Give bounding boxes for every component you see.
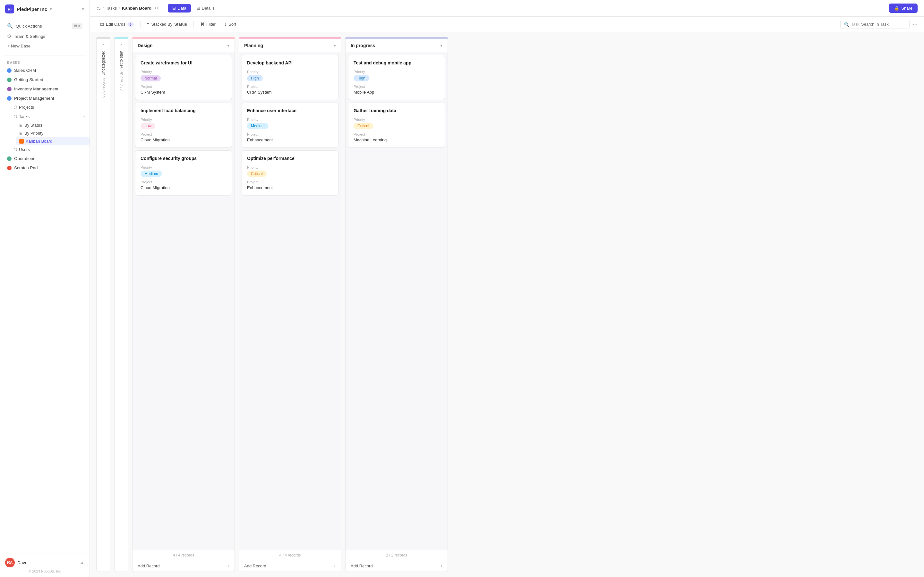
project-label: Project — [354, 132, 439, 136]
plus-icon: + — [333, 564, 336, 568]
sidebar-item-operations[interactable]: Operations — [0, 154, 89, 163]
sidebar-nav: 🔍 Quick Actions ⌘ K ⚙ Team & Settings + … — [0, 18, 89, 53]
col-title: Design — [137, 43, 153, 48]
priority-badge: High — [247, 75, 263, 81]
stacked-by-value: Status — [174, 22, 187, 27]
priority-label: Priority — [247, 70, 333, 74]
details-tab-icon: ⊟ — [197, 6, 200, 11]
priority-label: Priority — [247, 165, 333, 169]
sidebar-item-project-management[interactable]: Project Management — [0, 93, 89, 103]
avatar: RA — [5, 558, 15, 567]
card-project-field: Project Enhancement — [247, 180, 333, 190]
priority-badge: Normal — [141, 75, 161, 81]
col-title: In progress — [351, 43, 375, 48]
col-footer: 2 / 2 records Add Record + — [345, 550, 448, 572]
base-dot-icon — [7, 87, 11, 91]
priority-badge: Critical — [354, 123, 373, 129]
tab-data[interactable]: ⊞ Data — [168, 4, 191, 13]
sidebar-item-kanban-board[interactable]: Kanban Board — [16, 137, 89, 145]
divider — [4, 55, 86, 55]
stacked-by-button[interactable]: ≡ Stacked By Status — [143, 20, 191, 29]
sidebar-item-scratch-pad[interactable]: Scratch Pad — [0, 163, 89, 172]
bases-label: Bases — [0, 57, 89, 66]
card-title: Configure security groups — [141, 156, 226, 161]
refresh-icon[interactable]: ↻ — [155, 6, 158, 11]
sidebar-item-inventory[interactable]: Inventory Management — [0, 84, 89, 93]
col-caret-icon[interactable]: ▾ — [334, 43, 336, 48]
project-value: Cloud Migration — [141, 185, 226, 190]
base-dot-icon — [7, 156, 11, 161]
sidebar-item-users[interactable]: ⬡ Users — [10, 145, 89, 154]
priority-label: Priority — [141, 70, 226, 74]
card-test-debug-mobile: Test and debug mobile app Priority High … — [348, 55, 445, 100]
card-title: Optimize performance — [247, 156, 333, 161]
user-caret-icon[interactable]: ▲ — [80, 560, 84, 565]
collapsed-col-label: Yet to start — [119, 48, 124, 71]
col-header: Planning ▾ — [239, 39, 341, 52]
expand-icon[interactable]: › — [120, 41, 123, 48]
project-label: Project — [141, 85, 226, 89]
hexagon-icon: ⬡ — [13, 105, 17, 110]
sidebar-collapse-icon[interactable]: « — [81, 6, 84, 12]
search-area: 🔍 Task — [840, 20, 909, 29]
add-record-button[interactable]: Add Record + — [239, 560, 341, 572]
org-logo[interactable]: PI PiedPiper Inc ▾ — [5, 5, 52, 13]
pm-tree: ⬡ Projects ⬡ Tasks + ⊞ By Status ⊞ By Pr… — [0, 103, 89, 154]
col-caret-icon[interactable]: ▾ — [227, 43, 229, 48]
plus-icon: + — [227, 564, 229, 568]
topbar-right: 🔒 Share — [889, 3, 918, 13]
sidebar-item-tasks[interactable]: ⬡ Tasks + — [10, 111, 89, 121]
search-input[interactable] — [861, 22, 906, 27]
more-options-icon[interactable]: ··· — [913, 21, 918, 27]
project-value: Enhancement — [247, 185, 333, 190]
edit-cards-button[interactable]: ▤ Edit Cards 6 — [96, 20, 137, 29]
sidebar-item-getting-started[interactable]: Getting Started — [0, 75, 89, 84]
search-label: Task — [851, 22, 859, 27]
team-settings-item[interactable]: ⚙ Team & Settings — [4, 31, 86, 41]
col-caret-icon[interactable]: ▾ — [440, 43, 443, 48]
card-optimize-performance: Optimize performance Priority Critical P… — [242, 150, 338, 195]
quick-actions-item[interactable]: 🔍 Quick Actions ⌘ K — [4, 21, 86, 31]
add-record-button[interactable]: Add Record + — [346, 560, 447, 572]
data-tab-icon: ⊞ — [172, 6, 176, 11]
card-title: Enhance user interface — [247, 108, 333, 113]
sidebar-item-by-priority[interactable]: ⊞ By Priority — [16, 129, 89, 137]
collapsed-col-label: Uncategorized — [101, 48, 105, 78]
priority-label: Priority — [141, 118, 226, 121]
filter-button[interactable]: ⌘ Filter — [196, 20, 220, 29]
org-name: PiedPiper Inc — [17, 6, 47, 12]
card-project-field: Project Machine Learning — [354, 132, 439, 142]
hexagon-icon: ⬡ — [13, 114, 17, 119]
sort-button[interactable]: ↕ Sort — [221, 20, 240, 29]
add-record-button[interactable]: Add Record + — [132, 560, 234, 572]
sidebar-item-projects[interactable]: ⬡ Projects — [10, 103, 89, 111]
expand-icon[interactable]: › — [102, 41, 105, 48]
bases-list: Sales CRM Getting Started Inventory Mana… — [0, 66, 89, 172]
records-count: 4 / 4 records — [132, 550, 234, 560]
card-gather-training-data: Gather training data Priority Critical P… — [348, 103, 445, 148]
tab-details[interactable]: ⊟ Details — [192, 4, 219, 13]
priority-badge: High — [354, 75, 369, 81]
col-footer: 4 / 4 records Add Record + — [239, 550, 341, 572]
priority-badge: Medium — [141, 171, 162, 177]
breadcrumb-tasks[interactable]: Tasks — [106, 6, 117, 11]
add-icon[interactable]: + — [83, 113, 86, 119]
sidebar-item-by-status[interactable]: ⊞ By Status — [16, 121, 89, 129]
project-label: Project — [141, 132, 226, 136]
card-title: Implement load balancing — [141, 108, 226, 113]
project-value: CRM System — [141, 90, 226, 95]
priority-label: Priority — [354, 118, 439, 121]
priority-label: Priority — [247, 118, 333, 121]
records-count: 2 / 2 records — [346, 550, 447, 560]
collapsed-col-uncategorized: › Uncategorized 0 / 0 records — [96, 37, 110, 572]
tasks-subtree: ⊞ By Status ⊞ By Priority Kanban Board — [10, 121, 89, 145]
grid-icon: ⊞ — [19, 131, 23, 135]
user-name: Dave — [17, 560, 27, 565]
sidebar-item-sales-crm[interactable]: Sales CRM — [0, 66, 89, 75]
topbar: 🗂 / Tasks / Kanban Board ↻ ⊞ Data ⊟ Deta… — [90, 0, 924, 17]
card-project-field: Project Mobile App — [354, 85, 439, 95]
breadcrumb-current: Kanban Board — [122, 6, 152, 11]
share-button[interactable]: 🔒 Share — [889, 3, 918, 13]
new-base-item[interactable]: + New Base — [4, 41, 86, 51]
collapsed-inner: › Yet to start 7 / 7 records — [114, 39, 128, 572]
